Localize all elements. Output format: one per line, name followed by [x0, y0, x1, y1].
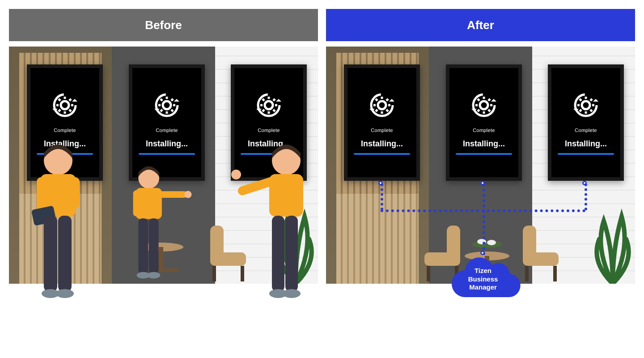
- svg-point-48: [378, 101, 386, 109]
- svg-rect-40: [269, 174, 303, 217]
- svg-rect-68: [523, 252, 559, 266]
- svg-point-44: [283, 289, 301, 298]
- update-icon: [572, 91, 600, 119]
- status-text: Complete: [473, 128, 495, 133]
- connector-line: [585, 183, 587, 210]
- svg-rect-33: [138, 218, 148, 274]
- update-icon: [470, 91, 498, 119]
- before-column: Before Complete Installing...: [9, 9, 318, 284]
- svg-rect-41: [272, 216, 284, 292]
- svg-rect-42: [285, 216, 298, 292]
- svg-marker-5: [174, 99, 179, 102]
- technician-icon: [13, 136, 98, 315]
- after-column: After Complete Installing... Complet: [326, 9, 635, 284]
- signage-display: Complete Installing...: [446, 64, 522, 181]
- after-scene: Complete Installing... Complete Installi…: [326, 47, 635, 284]
- status-text: Complete: [54, 128, 76, 133]
- svg-rect-24: [44, 216, 57, 292]
- chair: [514, 212, 568, 284]
- comparison-row: Before Complete Installing...: [0, 0, 644, 284]
- connector-line: [483, 183, 485, 255]
- connector-endpoint: [378, 181, 383, 185]
- technician-icon: [228, 136, 322, 315]
- action-text: Installing...: [463, 139, 505, 149]
- update-icon: [368, 91, 396, 119]
- connector-endpoint: [582, 181, 587, 185]
- signage-display: Complete Installing...: [548, 64, 624, 181]
- svg-rect-17: [212, 266, 216, 281]
- connector-endpoint: [480, 181, 485, 185]
- svg-point-57: [472, 241, 502, 248]
- svg-point-3: [61, 101, 69, 109]
- svg-marker-46: [389, 99, 394, 102]
- svg-point-56: [582, 101, 590, 109]
- svg-marker-50: [491, 99, 496, 102]
- status-text: Complete: [258, 128, 280, 133]
- status-text: Complete: [371, 128, 393, 133]
- update-icon: [51, 91, 79, 119]
- signage-display: Complete Installing...: [344, 64, 420, 181]
- progress-bar: [558, 153, 614, 155]
- svg-marker-54: [593, 99, 598, 102]
- progress-bar: [354, 153, 410, 155]
- update-icon: [254, 91, 283, 119]
- cloud-service-icon: Tizen Business Manager: [445, 252, 521, 306]
- svg-point-7: [163, 101, 171, 109]
- svg-rect-22: [70, 177, 80, 209]
- before-header: Before: [9, 9, 318, 41]
- status-text: Complete: [575, 128, 597, 133]
- svg-rect-30: [133, 190, 140, 216]
- update-icon: [153, 91, 181, 119]
- svg-rect-70: [553, 266, 557, 281]
- connector-line: [381, 183, 383, 210]
- svg-rect-34: [149, 218, 159, 274]
- svg-point-11: [265, 101, 273, 109]
- before-scene: Complete Installing... Complete Installi…: [9, 47, 318, 284]
- svg-rect-69: [525, 266, 529, 281]
- svg-rect-25: [58, 216, 72, 292]
- after-header: After: [326, 9, 635, 41]
- connector-line: [381, 209, 585, 212]
- svg-point-32: [184, 191, 191, 198]
- svg-rect-31: [158, 191, 187, 198]
- action-text: Installing...: [361, 139, 403, 149]
- cloud-label: Tizen Business Manager: [458, 267, 509, 292]
- status-text: Complete: [156, 128, 178, 133]
- progress-bar: [456, 153, 512, 155]
- svg-rect-65: [427, 266, 430, 281]
- svg-point-52: [480, 101, 488, 109]
- svg-point-59: [487, 240, 496, 245]
- svg-point-27: [56, 289, 74, 298]
- technician-icon: [110, 136, 195, 315]
- svg-marker-1: [72, 99, 77, 102]
- svg-point-38: [231, 170, 241, 179]
- action-text: Installing...: [565, 139, 607, 149]
- plant: [586, 194, 640, 284]
- svg-marker-9: [276, 99, 281, 102]
- svg-point-36: [147, 272, 160, 279]
